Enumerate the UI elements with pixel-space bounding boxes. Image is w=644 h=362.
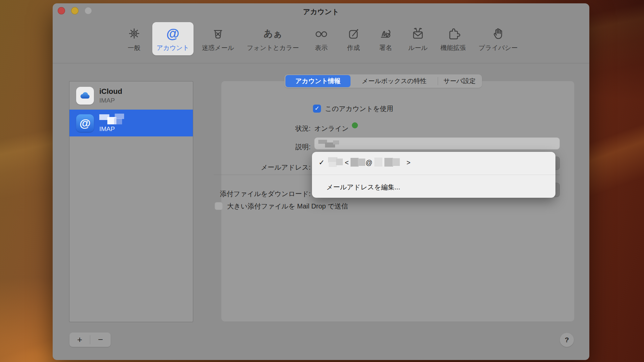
remove-account-button[interactable]: − xyxy=(90,333,111,347)
glasses-icon xyxy=(314,25,329,42)
toolbar-item-extensions[interactable]: 機能拡張 xyxy=(436,22,470,55)
hand-icon xyxy=(491,25,505,42)
signature-icon xyxy=(378,25,393,42)
icloud-icon xyxy=(76,87,94,105)
settings-toolbar: 一般 @ アカウント 迷惑メール あぁ フォントとカラー xyxy=(53,19,589,63)
redacted-account-name xyxy=(99,114,124,124)
toolbar-item-viewing[interactable]: 表示 xyxy=(307,22,335,55)
toolbar-label: 作成 xyxy=(347,44,360,52)
maildrop-label: 大きい添付ファイルを Mail Drop で送信 xyxy=(227,202,348,210)
toolbar-label: ルール xyxy=(408,44,428,52)
desktop-wallpaper: アカウント 一般 @ アカウント xyxy=(0,0,644,362)
account-info-panel xyxy=(221,81,574,321)
maildrop-checkbox[interactable] xyxy=(215,202,223,210)
menu-separator xyxy=(312,175,555,175)
window-title: アカウント xyxy=(53,7,589,16)
toolbar-item-accounts[interactable]: @ アカウント xyxy=(152,22,194,55)
account-protocol: IMAP xyxy=(99,97,122,104)
open-angle-glyph: < xyxy=(345,159,349,167)
toolbar-label: 表示 xyxy=(315,44,328,52)
toolbar-label: 一般 xyxy=(128,44,141,52)
title-bar: アカウント xyxy=(53,3,589,19)
status-label: 状況: xyxy=(210,124,311,132)
online-status-dot xyxy=(352,122,358,128)
fonts-icon: あぁ xyxy=(264,25,282,42)
toolbar-item-fonts[interactable]: あぁ フォントとカラー xyxy=(243,22,303,55)
toolbar-item-general[interactable]: 一般 xyxy=(120,22,148,55)
download-attachments-label: 添付ファイルをダウンロード: xyxy=(210,190,311,198)
rules-envelope-icon xyxy=(411,25,425,42)
compose-icon xyxy=(346,25,361,42)
redacted-description xyxy=(318,140,339,147)
at-icon: @ xyxy=(166,25,179,42)
toolbar-label: 機能拡張 xyxy=(440,44,466,52)
toolbar-item-composing[interactable]: 作成 xyxy=(339,22,368,55)
toolbar-label: プライバシー xyxy=(479,44,518,52)
junk-bin-icon xyxy=(211,25,225,42)
redacted-menu-domain-2 xyxy=(384,158,400,167)
add-remove-control: + − xyxy=(69,333,111,347)
redacted-menu-user xyxy=(351,158,365,167)
description-field[interactable] xyxy=(314,137,560,149)
account-name: iCloud xyxy=(99,87,122,96)
toolbar-label: 迷惑メール xyxy=(202,44,234,52)
puzzle-icon xyxy=(446,25,461,42)
description-label: 説明: xyxy=(210,143,311,151)
tab-account-info[interactable]: アカウント情報 xyxy=(285,75,351,87)
use-account-label: このアカウントを使用 xyxy=(325,105,393,113)
toolbar-label: アカウント xyxy=(157,44,189,52)
account-protocol: IMAP xyxy=(99,125,124,133)
at-glyph: @ xyxy=(366,159,372,167)
tab-bar: アカウント情報 メールボックスの特性 サーバ設定 xyxy=(284,74,482,88)
toolbar-label: 署名 xyxy=(379,44,392,52)
redacted-menu-name xyxy=(328,157,343,167)
checkmark-icon: ✓ xyxy=(319,159,325,167)
gear-icon xyxy=(127,25,142,42)
toolbar-divider xyxy=(53,63,589,63)
account-list: iCloud IMAP @ IMAP xyxy=(69,81,193,322)
close-angle-glyph: > xyxy=(407,159,411,167)
account-row-icloud[interactable]: iCloud IMAP xyxy=(69,81,193,110)
mail-settings-window: アカウント 一般 @ アカウント xyxy=(53,3,589,360)
toolbar-item-signatures[interactable]: 署名 xyxy=(372,22,400,55)
at-account-icon: @ xyxy=(76,114,94,132)
account-row-selected[interactable]: @ IMAP xyxy=(69,110,193,136)
tab-server-settings[interactable]: サーバ設定 xyxy=(438,77,481,85)
email-address-label: メールアドレス: xyxy=(210,163,311,171)
toolbar-label: フォントとカラー xyxy=(247,44,299,52)
toolbar-item-junk[interactable]: 迷惑メール xyxy=(198,22,238,55)
toolbar-item-privacy[interactable]: プライバシー xyxy=(474,22,522,55)
redacted-menu-domain-1 xyxy=(374,158,382,167)
help-button[interactable]: ? xyxy=(560,333,574,347)
use-account-checkbox[interactable]: ✓ xyxy=(313,105,321,113)
add-account-button[interactable]: + xyxy=(69,333,90,347)
toolbar-item-rules[interactable]: ルール xyxy=(404,22,432,55)
status-value: オンライン xyxy=(314,124,348,132)
tab-mailbox-behaviors[interactable]: メールボックスの特性 xyxy=(351,77,438,85)
email-address-popup-menu: ✓ < @ > メールアドレスを編集... xyxy=(312,152,555,198)
menu-item-edit-addresses[interactable]: メールアドレスを編集... xyxy=(326,183,400,192)
